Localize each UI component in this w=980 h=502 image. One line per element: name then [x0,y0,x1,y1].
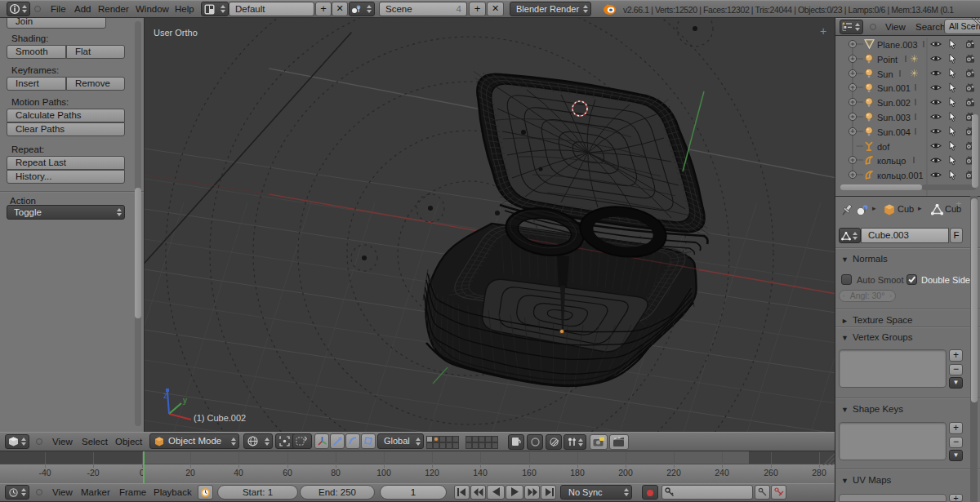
svg-text:z: z [163,391,167,400]
svg-text:y: y [183,396,187,405]
